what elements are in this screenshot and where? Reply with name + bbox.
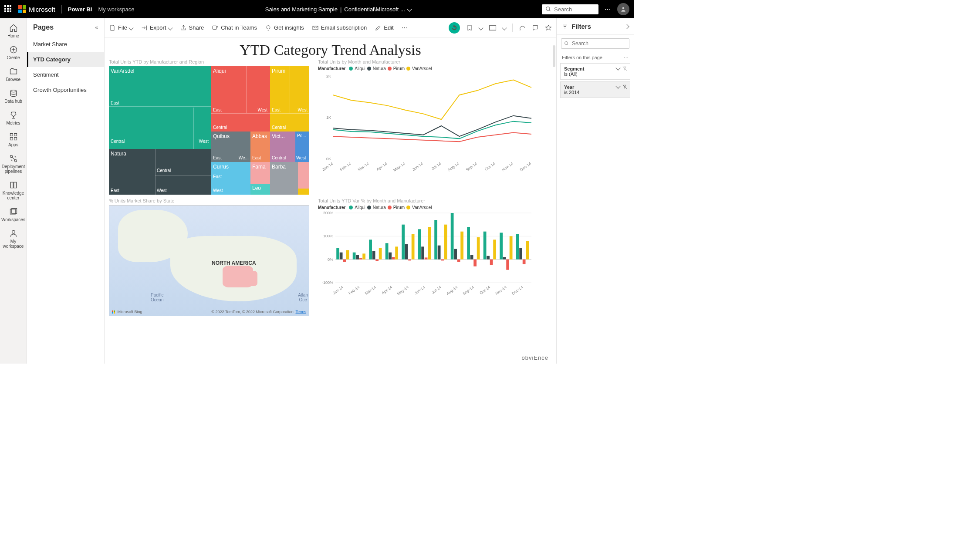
- treemap-region: Central: [111, 139, 125, 144]
- svg-rect-93: [493, 240, 496, 259]
- chevron-down-icon[interactable]: [615, 84, 620, 88]
- filter-card-segment[interactable]: Segment is (All): [560, 63, 630, 80]
- clear-filter-icon[interactable]: [622, 84, 627, 89]
- filter-search-input[interactable]: [572, 40, 620, 47]
- page-sentiment[interactable]: Sentiment: [27, 67, 104, 82]
- brand-label: Microsoft: [29, 6, 55, 13]
- user-avatar[interactable]: [617, 3, 629, 15]
- collapse-icon[interactable]: «: [95, 24, 98, 30]
- treemap-region: West: [157, 188, 167, 193]
- svg-rect-61: [389, 253, 392, 260]
- more-icon[interactable]: ⋯: [624, 55, 629, 61]
- filter-section-title: Filters on this page: [562, 55, 602, 61]
- svg-rect-71: [421, 246, 424, 259]
- page-marketshare[interactable]: Market Share: [27, 37, 104, 52]
- treemap-region: West: [199, 139, 209, 144]
- nav-create[interactable]: Create: [1, 43, 26, 63]
- svg-text:Jul-14: Jul-14: [431, 161, 442, 171]
- filter-search[interactable]: [561, 38, 629, 49]
- chevron-down-icon[interactable]: [502, 25, 507, 30]
- svg-rect-8: [14, 134, 17, 136]
- more-commands-icon[interactable]: ⋯: [402, 24, 408, 31]
- file-menu[interactable]: File: [109, 24, 133, 31]
- treemap-region: East: [111, 101, 119, 105]
- export-menu[interactable]: Export: [141, 24, 172, 31]
- nav-browse[interactable]: Browse: [1, 64, 26, 84]
- legend-item: Natura: [373, 66, 386, 71]
- linechart-visual[interactable]: Total Units by Month and Manufacturer Ma…: [318, 59, 552, 195]
- svg-point-2: [622, 7, 625, 9]
- svg-rect-63: [395, 246, 398, 259]
- treemap-cell: Fama: [252, 164, 266, 170]
- filter-value: is 2014: [564, 90, 626, 95]
- svg-point-6: [10, 90, 16, 92]
- view-mode-icon[interactable]: [489, 25, 497, 31]
- viz-title: Total Units YTD by Manufacturer and Regi…: [109, 59, 309, 64]
- nav-myworkspace[interactable]: My workspace: [1, 226, 26, 251]
- favorite-icon[interactable]: [545, 24, 552, 31]
- command-bar: File Export Share Chat in Teams Get insi…: [105, 18, 556, 37]
- product-label[interactable]: Power BI: [68, 6, 92, 13]
- nav-workspaces[interactable]: Workspaces: [1, 205, 26, 225]
- share-button[interactable]: Share: [180, 24, 204, 31]
- app-launcher-icon[interactable]: [4, 5, 12, 13]
- terms-link[interactable]: Terms: [296, 310, 307, 314]
- treemap-cell: Pirum: [272, 68, 285, 74]
- comment-icon[interactable]: [532, 24, 539, 31]
- report-title: YTD Category Trend Analysis: [109, 42, 552, 58]
- svg-text:Nov-14: Nov-14: [494, 285, 507, 296]
- treemap-region: East: [213, 174, 222, 179]
- barchart-visual[interactable]: Total Units YTD Var % by Month and Manuf…: [318, 198, 552, 316]
- nav-apps[interactable]: Apps: [1, 130, 26, 150]
- global-search[interactable]: [542, 4, 598, 14]
- edit-button[interactable]: Edit: [375, 24, 393, 31]
- chat-teams-button[interactable]: Chat in Teams: [212, 24, 257, 31]
- insights-button[interactable]: Get insights: [265, 24, 304, 31]
- map-visual[interactable]: % Units Market Share by State NORTH AMER…: [109, 198, 309, 316]
- refresh-icon[interactable]: [519, 24, 526, 31]
- more-icon[interactable]: ⋯: [605, 6, 611, 13]
- chevron-down-icon[interactable]: [615, 65, 620, 70]
- viz-title: Total Units by Month and Manufacturer: [318, 59, 552, 64]
- page-growth[interactable]: Growth Opportunities: [27, 82, 104, 98]
- nav-home[interactable]: Home: [1, 21, 26, 41]
- svg-text:Dec-14: Dec-14: [519, 161, 532, 172]
- clear-filter-icon[interactable]: [622, 66, 627, 71]
- bing-label: Microsoft Bing: [118, 310, 142, 314]
- workspace-crumb[interactable]: My workspace: [98, 6, 134, 13]
- expand-icon[interactable]: [624, 24, 629, 29]
- cmd-label: Email subscription: [321, 24, 367, 31]
- bookmark-icon[interactable]: [466, 24, 473, 31]
- nav-pipelines[interactable]: Deployment pipelines: [1, 152, 26, 176]
- report-breadcrumb[interactable]: Sales and Marketing Sample | Confidentia…: [265, 6, 411, 13]
- nav-label: Workspaces: [1, 217, 25, 222]
- nav-knowledge[interactable]: Knowledge center: [1, 178, 26, 203]
- scrollbar[interactable]: [553, 45, 555, 67]
- sensitivity-label: Confidential\Microsoft ...: [344, 6, 405, 13]
- nav-datahub[interactable]: Data hub: [1, 86, 26, 106]
- microsoft-logo: Microsoft: [18, 5, 55, 13]
- treemap-cell: Natura: [111, 151, 126, 157]
- page-ytdcategory[interactable]: YTD Category: [27, 52, 104, 67]
- chevron-down-icon[interactable]: [407, 7, 412, 11]
- treemap-cell: Leo: [252, 185, 261, 191]
- footer-brand: obviEnce: [522, 354, 548, 361]
- svg-text:May-14: May-14: [392, 161, 406, 172]
- chevron-down-icon: [168, 25, 172, 30]
- svg-point-108: [565, 42, 568, 45]
- report-canvas[interactable]: YTD Category Trend Analysis Total Units …: [105, 37, 556, 364]
- treemap-region: East: [213, 108, 222, 112]
- chevron-down-icon[interactable]: [478, 25, 483, 30]
- reset-button[interactable]: [449, 22, 460, 34]
- svg-rect-98: [510, 236, 513, 259]
- report-name: Sales and Marketing Sample: [265, 6, 338, 13]
- svg-point-17: [217, 26, 218, 27]
- treemap-visual[interactable]: Total Units YTD by Manufacturer and Regi…: [109, 59, 309, 195]
- nav-metrics[interactable]: Metrics: [1, 108, 26, 128]
- email-button[interactable]: Email subscription: [312, 24, 367, 31]
- svg-rect-103: [526, 241, 529, 260]
- filter-card-year[interactable]: Year is 2014: [560, 81, 630, 98]
- search-input[interactable]: [554, 6, 593, 13]
- svg-rect-60: [385, 243, 389, 259]
- pages-pane: Pages « Market Share YTD Category Sentim…: [27, 18, 105, 364]
